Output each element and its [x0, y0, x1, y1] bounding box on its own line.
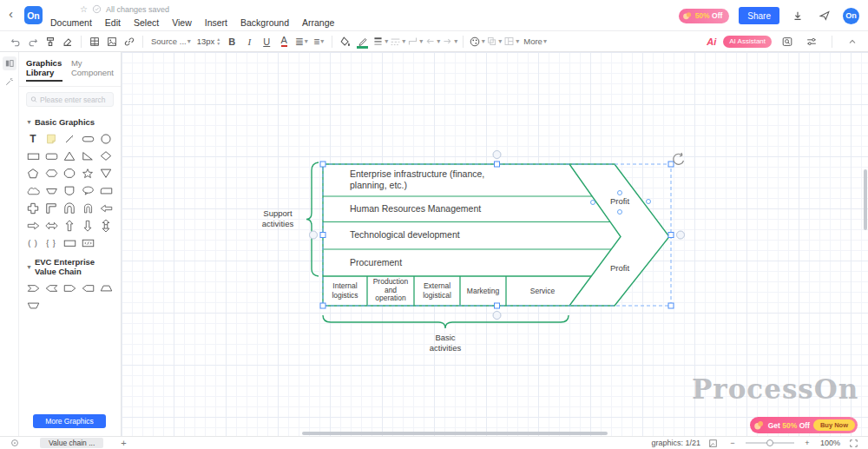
shape-arrow-double-h[interactable]	[43, 217, 60, 234]
connector-style-icon[interactable]: ▾	[406, 34, 424, 50]
menu-view[interactable]: View	[172, 17, 192, 28]
line-color-icon[interactable]	[354, 34, 372, 50]
collapse-toolbar-icon[interactable]	[844, 34, 861, 50]
shape-rect[interactable]	[24, 148, 42, 164]
line-height-button[interactable]: ≣▾	[293, 34, 310, 50]
shape-hexagon[interactable]	[43, 165, 60, 182]
rotate-handle-icon[interactable]	[674, 153, 684, 164]
download-icon[interactable]	[789, 8, 806, 23]
connection-point[interactable]	[618, 191, 622, 195]
quick-handle-right[interactable]	[677, 231, 685, 239]
shape-round-corner-rect[interactable]	[97, 182, 115, 199]
shape-rounded-rect[interactable]	[43, 148, 60, 164]
basic-brace[interactable]	[323, 315, 569, 328]
connection-point[interactable]	[618, 210, 622, 215]
horizontal-scrollbar[interactable]	[302, 432, 608, 435]
shape-arch[interactable]	[61, 200, 78, 216]
section-evc[interactable]: ▼EVC Enterprise Value Chain	[19, 252, 121, 279]
shape-arrow-right[interactable]	[24, 217, 42, 234]
menu-select[interactable]: Select	[134, 17, 159, 28]
support-brace[interactable]	[306, 162, 319, 276]
page-tab-value-chain[interactable]: Value chain ...	[40, 438, 103, 448]
support-row-2[interactable]: Human Resources Management	[350, 203, 481, 214]
fullscreen-icon[interactable]	[847, 438, 859, 448]
shape-arrow-left[interactable]	[97, 200, 115, 216]
evc-pentagon-left[interactable]	[79, 280, 96, 296]
group-icon[interactable]: ▾	[485, 34, 503, 50]
menu-background[interactable]: Background	[240, 17, 289, 28]
evc-trapezoid-up[interactable]	[97, 280, 115, 296]
font-color-button[interactable]: A	[275, 34, 293, 50]
shape-diamond[interactable]	[97, 148, 115, 164]
evc-pentagon-right[interactable]	[61, 280, 78, 296]
format-painter-icon[interactable]	[42, 34, 59, 50]
shape-cross[interactable]	[24, 200, 42, 216]
zoom-slider[interactable]	[746, 442, 794, 444]
magic-wand-icon[interactable]	[3, 75, 16, 89]
menu-document[interactable]: Document	[50, 17, 92, 28]
font-family-select[interactable]: Source ...▾	[148, 36, 194, 46]
eraser-icon[interactable]	[59, 34, 76, 50]
shape-speech-bubble[interactable]	[79, 182, 96, 199]
shape-corner[interactable]	[43, 200, 60, 216]
bold-button[interactable]: B	[223, 34, 240, 50]
undo-icon[interactable]	[7, 34, 24, 50]
shape-cloud[interactable]	[24, 182, 42, 199]
navigator-icon[interactable]	[707, 438, 720, 448]
connection-point[interactable]	[647, 200, 651, 204]
pages-home-icon[interactable]	[9, 438, 21, 448]
app-logo[interactable]: On	[24, 6, 43, 24]
send-icon[interactable]	[816, 8, 833, 23]
shape-arrow-up[interactable]	[61, 217, 78, 234]
discount-badge[interactable]: 50% Off	[679, 9, 730, 23]
evc-chevron-left[interactable]	[43, 280, 60, 296]
add-page-button[interactable]: +	[121, 438, 126, 448]
shape-trapezoid[interactable]	[43, 182, 60, 199]
cell-service[interactable]: Service	[530, 287, 556, 295]
image-icon[interactable]	[103, 34, 121, 50]
basic-activities-label[interactable]: Basicactivities	[430, 333, 462, 353]
more-graphics-button[interactable]: More Graphics	[33, 414, 106, 428]
shape-rect-2[interactable]	[61, 234, 78, 251]
vertical-scrollbar[interactable]	[864, 169, 867, 230]
shape-pen[interactable]	[61, 130, 78, 147]
search-input[interactable]	[40, 96, 109, 104]
align-button[interactable]: ≡▾	[310, 34, 327, 50]
arrow-end-icon[interactable]: ▾	[441, 34, 458, 50]
support-row-3[interactable]: Technological development	[350, 229, 460, 240]
font-size-stepper[interactable]: 13px▲▼	[194, 36, 224, 46]
shapes-panel-icon[interactable]	[3, 56, 16, 70]
shape-parentheses[interactable]: ( )	[24, 234, 42, 251]
arrow-start-icon[interactable]: ▾	[424, 34, 441, 50]
shape-code-box[interactable]	[79, 234, 96, 251]
diagram-canvas[interactable]: Enterprise infrastructure (finance,plann…	[122, 52, 868, 436]
shape-note[interactable]	[43, 130, 60, 147]
underline-button[interactable]: U	[258, 34, 275, 50]
menu-insert[interactable]: Insert	[205, 17, 227, 28]
quick-handle-top[interactable]	[493, 151, 501, 159]
shape-octagon[interactable]	[61, 165, 78, 182]
evc-trapezoid-down[interactable]	[24, 297, 42, 314]
user-avatar[interactable]: On	[843, 8, 859, 24]
menu-edit[interactable]: Edit	[105, 17, 121, 28]
find-replace-icon[interactable]	[779, 34, 796, 50]
shape-triangle[interactable]	[61, 148, 78, 164]
link-icon[interactable]	[121, 34, 138, 50]
fill-color-icon[interactable]	[337, 34, 354, 50]
cell-internal-logistics[interactable]: Internallogistics	[332, 281, 358, 300]
ai-logo[interactable]: Ai	[707, 36, 716, 47]
redo-icon[interactable]	[24, 34, 42, 50]
share-button[interactable]: Share	[739, 7, 779, 24]
line-style-icon[interactable]: ▾	[389, 34, 406, 50]
line-width-icon[interactable]: ▾	[372, 34, 389, 50]
quick-handle-left[interactable]	[310, 231, 318, 239]
section-basic-graphics[interactable]: ▼Basic Graphics	[19, 112, 121, 129]
shape-right-triangle[interactable]	[79, 148, 96, 164]
layout-icon[interactable]: ▾	[503, 34, 520, 50]
zoom-in-button[interactable]: +	[801, 438, 813, 448]
shape-arrow-double-v[interactable]	[97, 217, 115, 234]
theme-icon[interactable]: ▾	[468, 34, 485, 50]
tab-my-component[interactable]: My Component	[71, 58, 114, 82]
shape-arrow-down[interactable]	[79, 217, 96, 234]
shape-arch-narrow[interactable]	[79, 200, 96, 216]
